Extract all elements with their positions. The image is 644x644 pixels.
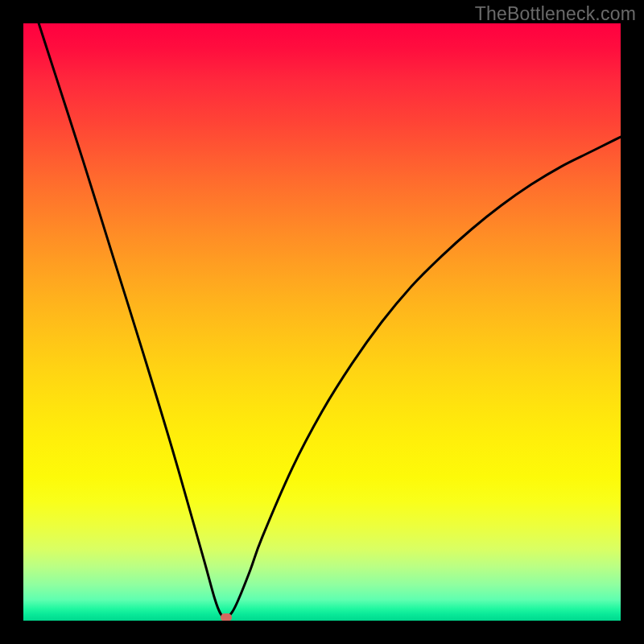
bottleneck-curve — [23, 23, 621, 617]
chart-stage: TheBottleneck.com — [0, 0, 644, 644]
optimum-marker — [221, 613, 232, 621]
plot-area — [23, 23, 621, 621]
watermark-label: TheBottleneck.com — [475, 3, 636, 25]
curve-layer — [23, 23, 621, 621]
